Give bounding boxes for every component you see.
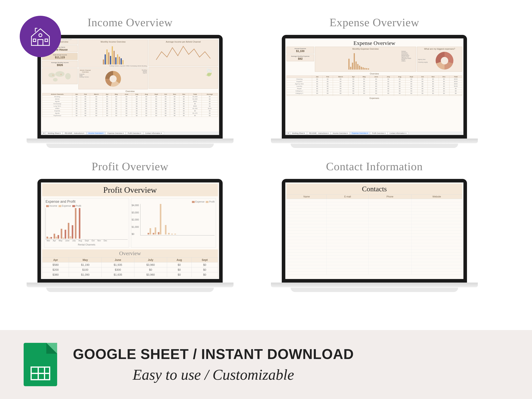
chart1-xlabels: MarAprMayJuneJulyAugSeptOctNovDec: [45, 240, 128, 242]
world-map: Where are the biggest spenders from?: [42, 68, 78, 84]
monthly-expense-value: $92: [287, 57, 313, 60]
leaf-icon: 🍃: [204, 67, 214, 77]
chart1-title: Expense and Profit: [45, 200, 128, 204]
chart2-yaxis: $4,000$3,000$2,000$1,000$0: [132, 204, 139, 235]
bar-legend: Holiday HomesLong termVRBOHomeawayAirbnb…: [79, 65, 147, 67]
svg-point-6: [53, 78, 57, 82]
svg-point-3: [49, 73, 55, 77]
expense-table: Overview JanFebMarchAprMayJuneJulyAugSep…: [286, 72, 462, 96]
annual-expense-value: $1,100: [287, 50, 313, 53]
expense-legend: WelfareInsuranceAdvertisingMaintenanceAg…: [401, 51, 415, 70]
decorative-leaf-card: 🍃: [149, 67, 218, 89]
hamburger-icon[interactable]: ≡: [286, 132, 290, 135]
profit-screen: Profit Overview Expense and Profit Incom…: [41, 183, 219, 279]
svg-rect-2: [45, 39, 47, 42]
promo-footer: GOOGLE SHEET / INSTANT DOWNLOAD Easy to …: [0, 330, 532, 399]
monthly-income-value: $926: [43, 63, 77, 67]
bar-chart-title: Monthly Income Overview: [79, 41, 147, 43]
annual-expense-label: Annual Expense: [287, 48, 313, 50]
contacts-table: NameE-mailPhoneWebsite: [286, 194, 462, 275]
sheet-tab[interactable]: Contact Information ▾: [143, 132, 164, 135]
profit-chart-1: Expense and Profit Income Expense Profit…: [44, 198, 129, 247]
laptop-mockup: Income Overview Property NameLyne House …: [24, 35, 236, 148]
contacts-title: Contact Information: [326, 160, 423, 173]
svg-point-4: [55, 71, 65, 77]
house-icon: [28, 24, 53, 49]
expense-sheet-title: Expense Overview: [286, 40, 462, 47]
monthly-expense-label: Average Monthly Expense: [287, 55, 313, 57]
expense-pie-title: What are my biggest expenses?: [418, 48, 461, 50]
sheet-tab[interactable]: Expense Overview ▾: [350, 132, 370, 135]
hamburger-icon[interactable]: ≡: [42, 132, 45, 135]
profit-title: Profit Overview: [92, 160, 168, 173]
svg-rect-1: [33, 39, 36, 42]
sheet-tab[interactable]: Income Overview ▾: [331, 132, 349, 135]
expense-bar-title: Monthly Expense Overview: [316, 48, 415, 50]
sheet-tabs[interactable]: ≡Working Sheet ▾README - Instructions ▾I…: [41, 131, 219, 135]
annual-income-value: $11,115: [43, 56, 77, 59]
store-badge: [20, 16, 61, 57]
expense-title: Expense Overview: [329, 16, 419, 29]
line-chart-title: Average Income per Airbnb Channel: [150, 41, 217, 43]
svg-point-7: [52, 75, 54, 76]
expense-screen: Expense Overview Annual Expense$1,100 Av…: [285, 38, 463, 135]
sheet-tab[interactable]: Contact Information ▾: [388, 132, 408, 135]
chart1-xlabel: Rental Channels: [45, 243, 128, 246]
profit-sheet-title: Profit Overview: [42, 184, 218, 196]
expense-pie-chart: [436, 52, 453, 70]
sheet-tab[interactable]: Profit Overview ▾: [126, 132, 143, 135]
income-screen: Income Overview Property NameLyne House …: [41, 38, 219, 135]
profit-overview-label: Overview: [42, 249, 218, 257]
sheet-tab[interactable]: Expense Overview ▾: [106, 132, 126, 135]
svg-point-0: [39, 34, 42, 37]
income-bar-chart: [79, 44, 147, 65]
contacts-sheet-title: Contacts: [286, 184, 462, 194]
sheet-tab[interactable]: Profit Overview ▾: [370, 132, 387, 135]
contacts-screen: Contacts NameE-mailPhoneWebsite: [285, 183, 463, 279]
profit-chart-2: Expense Profit $4,000$3,000$2,000$1,000$…: [131, 198, 216, 247]
income-donut-chart: [105, 71, 121, 87]
footer-sub-text: Easy to use / Customizable: [73, 366, 354, 383]
profit-table: AprMayJuneJulyAugSept$580$1,190$1,935$3,…: [42, 257, 218, 277]
monthly-income-label: Average Monthly Income: [43, 62, 77, 63]
footer-main-text: GOOGLE SHEET / INSTANT DOWNLOAD: [73, 346, 354, 362]
contacts-panel: Contact Information Contacts NameE-mailP…: [268, 160, 481, 292]
sheet-tab[interactable]: Working Sheet ▾: [290, 132, 307, 135]
income-line-chart: [150, 44, 217, 65]
svg-point-5: [65, 73, 71, 80]
svg-point-8: [60, 74, 62, 75]
sheet-tab[interactable]: README - Instructions ▾: [63, 132, 86, 135]
google-sheets-icon: [24, 343, 57, 386]
sheet-tab[interactable]: Income Overview ▾: [87, 132, 105, 135]
expenses-section-label: Expenses: [286, 97, 462, 99]
profit-panel: Profit Overview Profit Overview Expense …: [24, 160, 236, 292]
sheet-tab[interactable]: Working Sheet ▾: [46, 132, 63, 135]
sheet-tabs[interactable]: ≡Working Sheet ▾README - Instructions ▾I…: [285, 131, 463, 135]
sheet-tab[interactable]: README - Instructions ▾: [307, 132, 330, 135]
expense-bar-chart: [316, 51, 401, 70]
donut-legend: Airbnb Channel Overview ExpediaAirjetHol…: [79, 69, 91, 88]
income-table: Overview Airbnb ChannelsJanFebMarchAprMa…: [42, 90, 218, 117]
expense-panel: Expense Overview Expense Overview Annual…: [268, 16, 481, 148]
income-title: Income Overview: [88, 16, 173, 29]
